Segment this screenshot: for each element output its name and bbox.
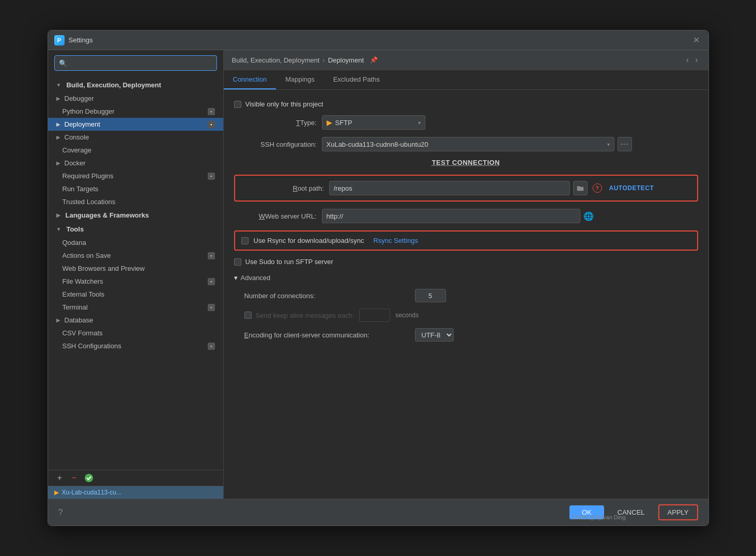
dialog-body: 🔍 ▼ Build, Execution, Deployment ▶ Debug… — [48, 50, 708, 499]
sidebar-item-csv-formats[interactable]: CSV Formats — [48, 327, 223, 339]
type-row: TType: ▶ SFTP ▾ — [234, 115, 698, 130]
sidebar-item-coverage[interactable]: Coverage — [48, 144, 223, 157]
sidebar-item-docker[interactable]: ▶ Docker — [48, 157, 223, 169]
sidebar-section-languages[interactable]: ▶ Languages & Frameworks — [48, 208, 223, 222]
settings-dialog: P Settings ✕ 🔍 ▼ Build, Execution, Deplo… — [48, 30, 709, 526]
badge-icon: ▪ — [208, 108, 215, 115]
svg-point-0 — [85, 474, 93, 482]
tab-mappings[interactable]: Mappings — [276, 70, 323, 89]
sidebar-item-file-watchers[interactable]: File Watchers ▪ — [48, 275, 223, 288]
connections-input[interactable] — [415, 289, 446, 302]
encoding-select[interactable]: UTF-8 — [415, 328, 454, 342]
encoding-row: Encoding for client-server communication… — [244, 328, 698, 342]
type-select[interactable]: ▶ SFTP ▾ — [322, 115, 425, 130]
breadcrumb-separator: › — [322, 56, 325, 64]
search-box[interactable]: 🔍 — [54, 55, 217, 71]
autodetect-button[interactable]: AUTODETECT — [609, 184, 654, 192]
badge-icon: ▪ — [208, 121, 215, 128]
ssh-config-select[interactable]: XuLab-cuda113-cudnn8-ubuntu20 ▾ — [322, 137, 614, 151]
sidebar-item-run-targets[interactable]: Run Targets — [48, 182, 223, 195]
server-item[interactable]: ▶ Xu-Lab-cuda113-cu... — [48, 486, 223, 499]
visible-only-label: Visible only for this project — [245, 100, 323, 108]
ok-button[interactable]: OK — [569, 505, 604, 519]
add-button[interactable]: + — [54, 472, 66, 484]
toolbar-row: + − — [48, 470, 223, 486]
help-footer-icon[interactable]: ? — [58, 508, 63, 517]
type-label: TType: — [234, 119, 317, 127]
keep-alive-checkbox[interactable] — [244, 312, 252, 319]
root-path-input[interactable] — [329, 181, 570, 195]
rsync-settings-link[interactable]: Rsync Settings — [373, 237, 418, 244]
rsync-section: Use Rsync for download/upload/sync Rsync… — [234, 230, 698, 251]
ssh-more-button[interactable]: ··· — [618, 137, 632, 151]
sidebar-item-deployment[interactable]: ▶ Deployment ▪ — [48, 118, 223, 131]
ssh-config-row: SSH configuration: XuLab-cuda113-cudnn8-… — [234, 137, 698, 151]
chevron-down-icon: ▾ — [234, 274, 238, 282]
chevron-right-icon: ▶ — [56, 121, 60, 127]
sidebar-item-required-plugins[interactable]: Required Plugins ▪ — [48, 169, 223, 182]
chevron-down-icon: ▼ — [56, 226, 61, 232]
chevron-right-icon: ▶ — [56, 134, 60, 140]
badge-icon: ▪ — [208, 252, 215, 259]
advanced-label: Advanced — [241, 274, 271, 282]
test-connection-section: TEST CONNECTION — [234, 159, 698, 166]
sidebar-item-ssh-configurations[interactable]: SSH Configurations ▪ — [48, 339, 223, 352]
search-input[interactable] — [70, 59, 212, 67]
advanced-section-header[interactable]: ▾ Advanced — [234, 274, 698, 282]
sidebar-item-actions-on-save[interactable]: Actions on Save ▪ — [48, 249, 223, 262]
tab-connection[interactable]: Connection — [224, 70, 276, 89]
keep-alive-input[interactable] — [359, 308, 390, 322]
sidebar-item-debugger[interactable]: ▶ Debugger — [48, 92, 223, 105]
rsync-checkbox[interactable] — [241, 237, 249, 244]
check-button[interactable] — [83, 472, 95, 484]
badge-icon: ▪ — [208, 304, 215, 311]
dialog-footer: ? OK CANCEL APPLY — [48, 499, 708, 526]
search-icon: 🔍 — [59, 59, 67, 67]
sidebar-item-qodana[interactable]: Qodana — [48, 236, 223, 249]
chevron-right-icon: ▶ — [56, 96, 60, 101]
test-connection-button[interactable]: TEST CONNECTION — [432, 159, 500, 166]
badge-icon: ▪ — [208, 278, 215, 285]
connections-label: Number of connections: — [244, 292, 410, 300]
apply-button[interactable]: APPLY — [658, 504, 698, 520]
breadcrumb-bar: Build, Execution, Deployment › Deploymen… — [224, 50, 708, 70]
tabs: Connection Mappings Excluded Paths — [224, 70, 708, 90]
breadcrumb-section: Build, Execution, Deployment — [232, 56, 320, 64]
help-icon[interactable]: ? — [593, 183, 602, 193]
root-path-label: Root path: — [241, 184, 324, 192]
chevron-right-icon: ▶ — [56, 212, 60, 218]
sidebar-item-database[interactable]: ▶ Database — [48, 314, 223, 327]
sidebar-item-console[interactable]: ▶ Console — [48, 131, 223, 144]
sidebar-nav: ▼ Build, Execution, Deployment ▶ Debugge… — [48, 76, 223, 470]
keep-alive-row: Send keep alive messages each: seconds — [244, 308, 698, 322]
nav-arrows: ‹ › — [684, 54, 700, 66]
sidebar-item-external-tools[interactable]: External Tools — [48, 288, 223, 301]
section-label: Build, Execution, Deployment — [66, 81, 161, 89]
web-url-input[interactable] — [322, 209, 580, 223]
cancel-button[interactable]: CANCEL — [609, 505, 653, 519]
encoding-label: Encoding for client-server communication… — [244, 331, 410, 339]
sudo-checkbox[interactable] — [234, 258, 241, 266]
keep-alive-label: Send keep alive messages each: — [256, 312, 354, 319]
sudo-label: Use Sudo to run SFTP server — [245, 258, 333, 266]
ssh-config-label: SSH configuration: — [234, 141, 317, 148]
sidebar-item-terminal[interactable]: Terminal ▪ — [48, 301, 223, 314]
sidebar-section-tools[interactable]: ▼ Tools — [48, 222, 223, 236]
visible-only-checkbox[interactable] — [234, 101, 241, 108]
root-input-wrap — [329, 181, 588, 195]
advanced-grid: Number of connections: Send keep alive m… — [234, 289, 698, 342]
nav-back-button[interactable]: ‹ — [684, 54, 691, 66]
tab-excluded-paths[interactable]: Excluded Paths — [324, 70, 389, 89]
sidebar-item-web-browsers[interactable]: Web Browsers and Preview — [48, 262, 223, 275]
remove-button[interactable]: − — [69, 472, 80, 484]
sidebar-section-build[interactable]: ▼ Build, Execution, Deployment — [48, 78, 223, 92]
folder-button[interactable] — [573, 181, 588, 195]
breadcrumb-current: Deployment — [328, 56, 364, 64]
sidebar-item-trusted-locations[interactable]: Trusted Locations — [48, 195, 223, 208]
rsync-label: Use Rsync for download/upload/sync — [254, 237, 364, 244]
nav-forward-button[interactable]: › — [693, 54, 700, 66]
sidebar-item-python-debugger[interactable]: Python Debugger ▪ — [48, 105, 223, 118]
url-input-wrap: 🌐 — [322, 209, 632, 223]
sudo-row: Use Sudo to run SFTP server — [234, 258, 698, 266]
close-button[interactable]: ✕ — [691, 35, 702, 46]
